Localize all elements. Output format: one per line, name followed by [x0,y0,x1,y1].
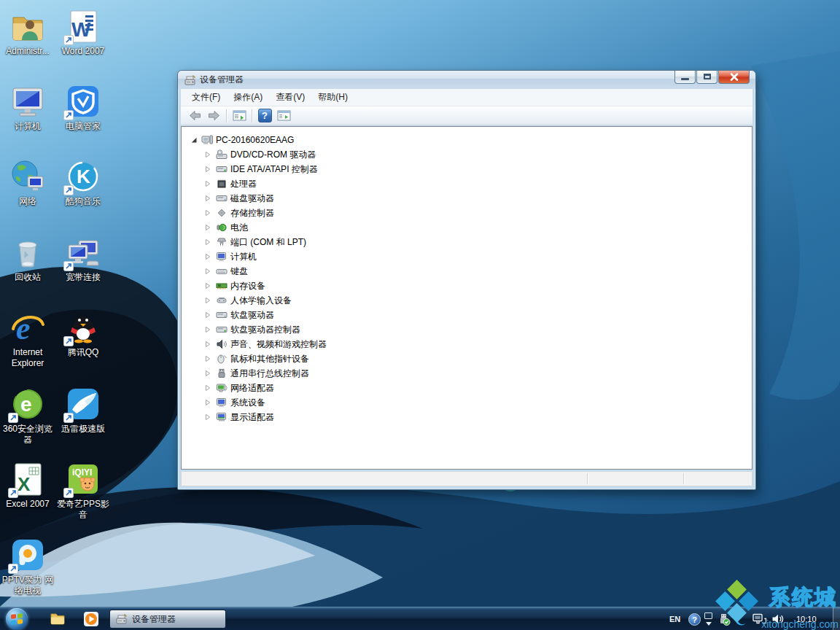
console-tree-button[interactable] [230,108,249,124]
expand-icon[interactable] [205,224,214,231]
tree-item-mouse[interactable]: 鼠标和其他指针设备 [182,351,752,366]
expand-icon[interactable] [205,326,214,333]
menu-action[interactable]: 操作(A) [227,89,269,106]
show-desktop-button[interactable] [833,607,840,630]
expand-icon[interactable] [205,413,214,421]
window-title: 设备管理器 [200,74,244,86]
expand-icon[interactable] [205,384,214,392]
desktop-icon-label: 网络 [1,196,55,207]
expand-icon[interactable] [205,297,214,304]
tree-item-network-adapter[interactable]: 网络适配器 [182,381,752,395]
tree-item-system-device[interactable]: 系统设备 [182,395,752,410]
clock[interactable]: 10:10 [796,615,817,623]
forward-arrow-icon [208,110,220,121]
tree-item-floppy-drive[interactable]: 软盘驱动器 [182,308,752,322]
tree-item-storage-controller[interactable]: 存储控制器 [182,206,752,220]
shortcut-arrow-icon [63,488,74,498]
action-pane-button[interactable] [274,108,293,124]
tree-item-processor[interactable]: 处理器 [182,176,752,191]
taskbar-device-manager-button[interactable]: 设备管理器 [109,610,226,629]
show-hidden-icons-arrow[interactable] [706,622,712,626]
tree-item-display-adapter[interactable]: 显示适配器 [182,410,752,424]
desktop-icon-qq[interactable]: 腾讯QQ [56,310,110,358]
taskbar-media-player-button[interactable] [83,611,99,630]
close-button[interactable] [718,71,750,84]
expand-icon[interactable] [205,311,214,319]
expand-icon[interactable] [205,238,214,246]
usb-safely-remove-icon[interactable] [718,613,731,626]
network-tray-icon[interactable] [752,613,767,625]
shortcut-arrow-icon [8,413,18,423]
tree-item-ports[interactable]: 端口 (COM 和 LPT) [182,235,752,249]
expand-icon[interactable] [205,209,214,217]
desktop-icon-recycle-bin[interactable]: 回收站 [1,235,55,283]
tree-item-battery[interactable]: 电池 [182,220,752,235]
tree-item-hid[interactable]: 人体学输入设备 [182,293,752,308]
collapse-icon[interactable] [190,136,200,144]
minimize-button[interactable] [674,71,696,84]
maximize-button[interactable] [696,71,718,84]
menu-file[interactable]: 文件(F) [185,89,227,106]
shortcut-arrow-icon [63,185,74,195]
desktop-icon-label: Excel 2007 [1,499,55,510]
taskbar-explorer-button[interactable] [50,611,66,629]
expand-icon[interactable] [205,195,214,202]
desktop-icon-computer[interactable]: 计算机 [1,84,55,132]
expand-icon[interactable] [205,268,214,275]
expand-icon[interactable] [205,341,214,348]
desktop-icon-internet-explorer[interactable]: e Internet Explorer [1,310,55,369]
maximize-icon [704,74,711,79]
tree-item-dvd-cdrom[interactable]: DVD/CD-ROM 驱动器 [182,147,752,162]
back-button[interactable] [185,108,204,124]
start-button[interactable] [6,608,28,630]
expand-icon[interactable] [205,180,214,187]
desktop-icon-administrator[interactable]: Administr... [1,9,55,57]
desktop-icon-kugou[interactable]: K 酷狗音乐 [56,159,110,207]
system-device-icon [216,397,228,408]
tree-item-sound[interactable]: 声音、视频和游戏控制器 [182,337,752,351]
desktop-icon-broadband[interactable]: 宽带连接 [56,235,110,283]
volume-tray-icon[interactable] [771,613,785,625]
tree-item-floppy-controller[interactable]: 软盘驱动器控制器 [182,322,752,337]
security-crescent-icon[interactable] [735,613,747,626]
expand-icon[interactable] [205,253,214,260]
help-icon: ? [258,109,272,122]
desktop-icon-pptv[interactable]: PPTV聚力 网络电视 [1,537,55,596]
display-adapter-icon [216,412,228,422]
language-indicator[interactable]: EN [669,615,680,623]
svg-text:X: X [18,473,31,495]
svg-text:W: W [71,18,91,41]
tray-help-icon[interactable]: ? [688,613,701,626]
desktop-icon-network[interactable]: 网络 [1,159,55,207]
forward-button[interactable] [204,108,223,124]
computer-root-icon [201,135,213,145]
tree-item-root[interactable]: PC-20160620EAAG [182,133,752,147]
tree-item-ide[interactable]: IDE ATA/ATAPI 控制器 [182,162,752,176]
expand-icon[interactable] [205,399,214,406]
desktop-icon-360-browser[interactable]: e 360安全浏览器 [1,386,55,446]
expand-icon[interactable] [205,166,214,173]
tree-item-usb[interactable]: 通用串行总线控制器 [182,366,752,381]
tray-window-icon[interactable] [704,612,712,619]
menu-view[interactable]: 查看(V) [269,89,311,106]
tree-item-disk-drive[interactable]: 磁盘驱动器 [182,191,752,206]
tree-item-computer[interactable]: 计算机 [182,249,752,264]
desktop-icon-iqiyi-pps[interactable]: iQIYI 爱奇艺PPS影音 [56,462,110,521]
hid-icon [216,295,228,306]
menu-help[interactable]: 帮助(H) [311,89,354,106]
computer-node-icon [216,252,228,262]
help-button[interactable]: ? [255,108,274,124]
desktop-icon-pc-manager[interactable]: 电脑管家 [56,84,110,132]
expand-icon[interactable] [205,370,214,377]
expand-icon[interactable] [205,151,214,158]
expand-icon[interactable] [205,282,214,289]
tree-item-memory[interactable]: 内存设备 [182,279,752,293]
tree-item-keyboard[interactable]: 键盘 [182,264,752,279]
title-bar[interactable]: 设备管理器 [178,71,755,89]
desktop-icon-excel-2007[interactable]: X Excel 2007 [1,462,55,510]
expand-icon[interactable] [205,355,214,362]
desktop-icon-thunder[interactable]: 迅雷极速版 [56,386,110,435]
desktop-icon-word-2007[interactable]: W Word 2007 [56,9,110,57]
taskbar: 设备管理器 EN ? 10:10 [0,607,840,630]
desktop-icon-label: 360安全浏览器 [1,424,55,446]
